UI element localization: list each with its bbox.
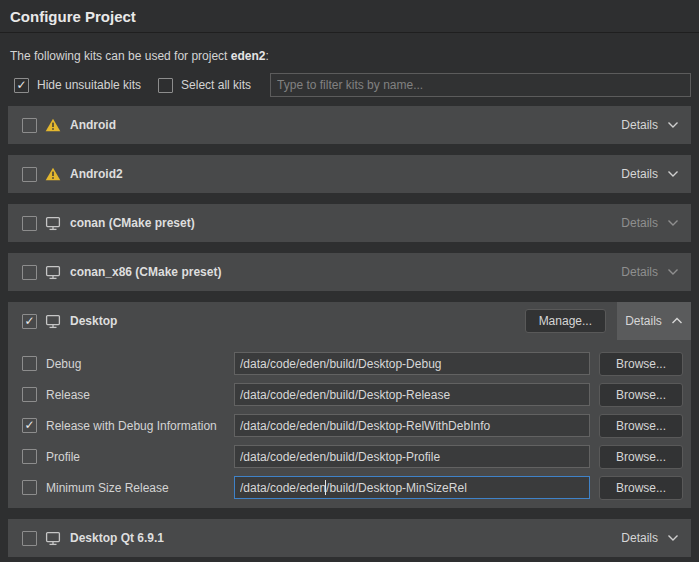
- kit-row-desktop-qt: Desktop Qt 6.9.1 Details: [8, 519, 691, 557]
- select-all-kits-checkbox[interactable]: Select all kits: [158, 78, 251, 93]
- desktop-icon: [45, 265, 61, 280]
- desktop-icon: [45, 216, 61, 231]
- build-dir-input[interactable]: [234, 445, 590, 468]
- kit-checkbox[interactable]: [22, 216, 37, 231]
- build-config-list: Debug Browse... Release Browse... Releas…: [8, 340, 691, 508]
- config-checkbox[interactable]: [22, 387, 37, 402]
- desktop-icon: [45, 531, 61, 546]
- configure-project-page: { "header": { "title": "Configure Projec…: [0, 0, 699, 562]
- config-label: Profile: [46, 450, 234, 464]
- config-label: Minimum Size Release: [46, 481, 234, 495]
- project-name: eden2: [231, 49, 266, 63]
- select-all-kits-label: Select all kits: [181, 78, 251, 92]
- kit-row-android: Android Details: [8, 106, 691, 144]
- build-config-row-debug: Debug Browse...: [22, 352, 683, 375]
- kit-list: Android Details Android2 Details conan (…: [0, 106, 699, 562]
- details-toggle[interactable]: Details: [617, 302, 691, 340]
- kit-checkbox[interactable]: [22, 314, 37, 329]
- warning-icon: [45, 118, 61, 132]
- browse-button[interactable]: Browse...: [599, 476, 683, 500]
- browse-button[interactable]: Browse...: [599, 414, 683, 438]
- config-label: Release: [46, 388, 234, 402]
- kit-checkbox[interactable]: [22, 265, 37, 280]
- chevron-down-icon: [667, 121, 679, 129]
- kit-row-android2: Android2 Details: [8, 155, 691, 193]
- kit-row-desktop: Desktop Manage... Details: [8, 302, 691, 340]
- text-cursor: [325, 480, 326, 495]
- checkbox-unchecked-icon[interactable]: [158, 78, 173, 93]
- config-label: Release with Debug Information: [46, 419, 234, 433]
- browse-button[interactable]: Browse...: [599, 352, 683, 376]
- build-config-row-minsizerel: Minimum Size Release Browse...: [22, 476, 683, 499]
- checkbox-checked-icon[interactable]: [14, 78, 29, 93]
- hide-unsuitable-kits-checkbox[interactable]: Hide unsuitable kits: [14, 78, 141, 93]
- kits-intro-text: The following kits can be used for proje…: [10, 49, 689, 64]
- chevron-down-icon: [667, 534, 679, 542]
- kit-row-conan: conan (CMake preset) Details: [8, 204, 691, 242]
- chevron-down-icon: [667, 170, 679, 178]
- config-checkbox[interactable]: [22, 480, 37, 495]
- config-checkbox[interactable]: [22, 418, 37, 433]
- browse-button[interactable]: Browse...: [599, 383, 683, 407]
- kit-name: Android2: [70, 167, 123, 181]
- config-checkbox[interactable]: [22, 356, 37, 371]
- build-dir-input[interactable]: [234, 352, 590, 375]
- manage-kits-button[interactable]: Manage...: [525, 309, 606, 333]
- browse-button[interactable]: Browse...: [599, 445, 683, 469]
- details-toggle[interactable]: Details: [609, 106, 691, 144]
- chevron-up-icon: [671, 317, 683, 325]
- kit-checkbox[interactable]: [22, 531, 37, 546]
- config-label: Debug: [46, 357, 234, 371]
- desktop-icon: [45, 314, 61, 329]
- filter-bar: Hide unsuitable kits Select all kits: [14, 73, 691, 97]
- config-checkbox[interactable]: [22, 449, 37, 464]
- kit-filter-input[interactable]: [270, 73, 691, 97]
- kit-checkbox[interactable]: [22, 118, 37, 133]
- build-dir-input-focused[interactable]: [234, 476, 590, 499]
- page-title: Configure Project: [0, 0, 699, 33]
- build-config-row-release: Release Browse...: [22, 383, 683, 406]
- build-dir-input[interactable]: [234, 383, 590, 406]
- build-config-row-relwithdebinfo: Release with Debug Information Browse...: [22, 414, 683, 437]
- details-toggle[interactable]: Details: [609, 519, 691, 557]
- kit-name: Android: [70, 118, 116, 132]
- kit-row-conan-x86: conan_x86 (CMake preset) Details: [8, 253, 691, 291]
- kit-name: conan (CMake preset): [70, 216, 195, 230]
- kit-section-desktop: Desktop Manage... Details Debug Browse..…: [8, 302, 691, 508]
- kit-checkbox[interactable]: [22, 167, 37, 182]
- kit-name: Desktop Qt 6.9.1: [70, 531, 164, 545]
- chevron-down-icon: [667, 268, 679, 276]
- chevron-down-icon: [667, 219, 679, 227]
- kit-name: conan_x86 (CMake preset): [70, 265, 221, 279]
- details-toggle[interactable]: Details: [609, 204, 691, 242]
- details-toggle[interactable]: Details: [609, 253, 691, 291]
- build-config-row-profile: Profile Browse...: [22, 445, 683, 468]
- warning-icon: [45, 167, 61, 181]
- kit-name: Desktop: [70, 314, 117, 328]
- build-dir-input[interactable]: [234, 414, 590, 437]
- details-toggle[interactable]: Details: [609, 155, 691, 193]
- hide-unsuitable-kits-label: Hide unsuitable kits: [37, 78, 141, 92]
